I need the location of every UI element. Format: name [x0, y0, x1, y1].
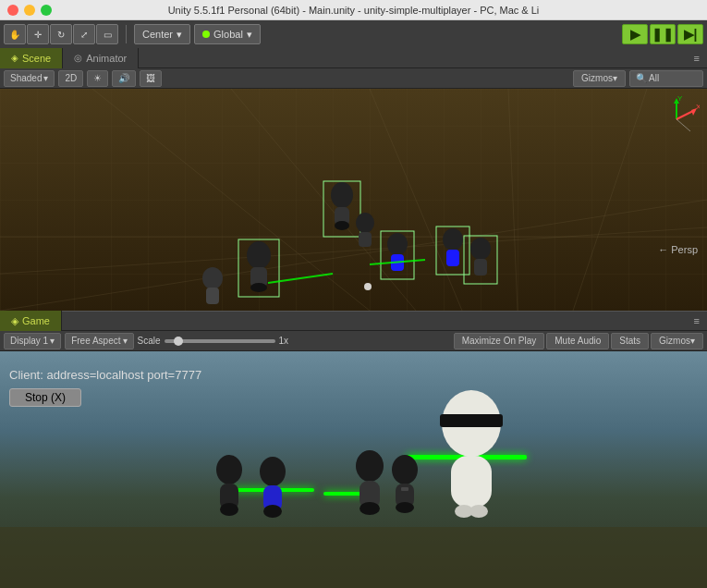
gizmos-label: Gizmos	[581, 73, 613, 83]
svg-point-23	[250, 283, 267, 292]
audio-icon: 🔊	[118, 73, 129, 83]
svg-rect-55	[401, 487, 408, 491]
search-icon: 🔍	[636, 73, 647, 83]
pause-button[interactable]: ❚❚	[650, 24, 676, 44]
traffic-lights	[7, 5, 52, 16]
svg-rect-40	[0, 527, 707, 588]
main-toolbar: ✋ ✛ ↻ ⤢ ▭ Center ▾ Global ▾ ▶ ❚❚ ▶|	[0, 20, 707, 48]
lights-toggle[interactable]: ☀	[87, 70, 108, 87]
svg-point-61	[469, 505, 488, 518]
stats-label: Stats	[619, 336, 640, 346]
svg-point-33	[470, 238, 491, 260]
transform-tools: ✋ ✛ ↻ ⤢ ▭	[4, 24, 118, 44]
game-toolbar-right: Maximize On Play Mute Audio Stats Gizmos…	[454, 333, 703, 349]
separator-1	[126, 25, 127, 43]
titlebar: Unity 5.5.1f1 Personal (64bit) - Main.un…	[0, 0, 707, 20]
animator-tab[interactable]: ◎ Animator	[63, 48, 139, 68]
global-dot	[202, 31, 210, 38]
image-icon: 🖼	[146, 73, 155, 83]
maximize-button[interactable]	[41, 5, 52, 16]
window-title: Unity 5.5.1f1 Personal (64bit) - Main.un…	[168, 5, 540, 16]
svg-point-53	[392, 455, 418, 484]
minimize-button[interactable]	[24, 5, 35, 16]
stats-button[interactable]: Stats	[611, 333, 649, 349]
gizmos-game-dropdown[interactable]: Gizmos ▾	[651, 333, 703, 349]
step-button[interactable]: ▶|	[677, 24, 703, 44]
global-dropdown[interactable]: Global ▾	[194, 24, 261, 44]
svg-rect-58	[440, 414, 503, 427]
svg-rect-59	[451, 456, 492, 508]
shading-dropdown[interactable]: Shaded ▾	[4, 70, 55, 87]
scene-icon: ◈	[11, 53, 18, 63]
svg-point-27	[387, 233, 408, 255]
scene-search[interactable]: 🔍 All	[629, 70, 703, 87]
tab-collapse-icon[interactable]: ≡	[694, 53, 707, 64]
move-tool[interactable]: ✛	[27, 24, 49, 44]
svg-point-21	[247, 241, 271, 269]
shading-label: Shaded	[10, 73, 42, 83]
svg-rect-36	[359, 232, 372, 247]
scale-label: Scale	[138, 336, 161, 346]
image-effects-toggle[interactable]: 🖼	[140, 70, 162, 87]
rect-tool[interactable]: ▭	[96, 24, 118, 44]
maximize-on-play-button[interactable]: Maximize On Play	[454, 333, 545, 349]
scene-objects	[0, 89, 707, 311]
svg-point-30	[443, 228, 463, 251]
2d-toggle[interactable]: 2D	[58, 70, 83, 87]
game-tab[interactable]: ◈ Game	[0, 311, 62, 331]
scale-tool[interactable]: ⤢	[73, 24, 95, 44]
hand-tool[interactable]: ✋	[4, 24, 26, 44]
chevron-down-icon: ▾	[613, 73, 617, 83]
play-button[interactable]: ▶	[622, 24, 648, 44]
audio-toggle[interactable]: 🔊	[112, 70, 136, 87]
svg-point-52	[360, 502, 380, 515]
svg-rect-34	[474, 259, 487, 276]
svg-rect-25	[206, 288, 219, 304]
play-controls: ▶ ❚❚ ▶|	[622, 24, 703, 44]
mute-audio-button[interactable]: Mute Audio	[546, 333, 609, 349]
scene-tab-label: Scene	[22, 53, 51, 64]
close-button[interactable]	[7, 5, 18, 16]
svg-point-24	[202, 267, 223, 289]
chevron-down-icon: ▾	[123, 336, 128, 346]
scene-tab[interactable]: ◈ Scene	[0, 48, 63, 68]
svg-point-44	[216, 455, 242, 484]
svg-point-37	[364, 283, 372, 290]
center-label: Center	[142, 29, 173, 40]
search-placeholder: All	[649, 73, 659, 83]
chevron-down-icon: ▾	[43, 73, 48, 83]
aspect-dropdown[interactable]: Free Aspect ▾	[65, 333, 133, 349]
rotate-tool[interactable]: ↻	[50, 24, 72, 44]
gizmos-dropdown[interactable]: Gizmos ▾	[573, 70, 626, 87]
svg-point-19	[335, 221, 349, 230]
game-viewport: Client: address=localhost port=7777 Stop…	[0, 351, 707, 588]
scene-toolbar-right: Gizmos ▾ 🔍 All	[573, 70, 703, 87]
display-dropdown[interactable]: Display 1 ▾	[4, 333, 61, 349]
svg-point-17	[331, 182, 353, 208]
2d-label: 2D	[65, 73, 77, 83]
svg-line-38	[268, 274, 333, 283]
game-tab-collapse[interactable]: ≡	[694, 315, 707, 326]
center-dropdown[interactable]: Center ▾	[134, 24, 190, 44]
game-tab-bar: ◈ Game ≡	[0, 311, 707, 331]
display-label: Display 1	[10, 336, 48, 346]
svg-point-56	[396, 502, 414, 513]
game-icon: ◈	[11, 315, 18, 327]
svg-point-47	[260, 457, 286, 486]
game-tab-label: Game	[22, 315, 50, 326]
animator-icon: ◎	[74, 53, 82, 63]
scale-area: Scale 1x	[138, 336, 289, 346]
game-scene	[0, 351, 707, 588]
scale-slider[interactable]	[165, 339, 275, 343]
mute-label: Mute Audio	[555, 336, 601, 346]
scale-value: 1x	[279, 336, 289, 346]
gizmos-game-label: Gizmos	[659, 336, 690, 346]
chevron-down-icon: ▾	[247, 29, 252, 41]
scene-toolbar: Shaded ▾ 2D ☀ 🔊 🖼 Gizmos ▾ 🔍 All	[0, 68, 707, 89]
game-toolbar: Display 1 ▾ Free Aspect ▾ Scale 1x Maxim…	[0, 331, 707, 351]
global-label: Global	[213, 29, 243, 40]
svg-rect-31	[446, 250, 459, 266]
svg-point-35	[356, 213, 374, 233]
svg-point-49	[263, 505, 282, 518]
maximize-label: Maximize On Play	[462, 336, 537, 346]
